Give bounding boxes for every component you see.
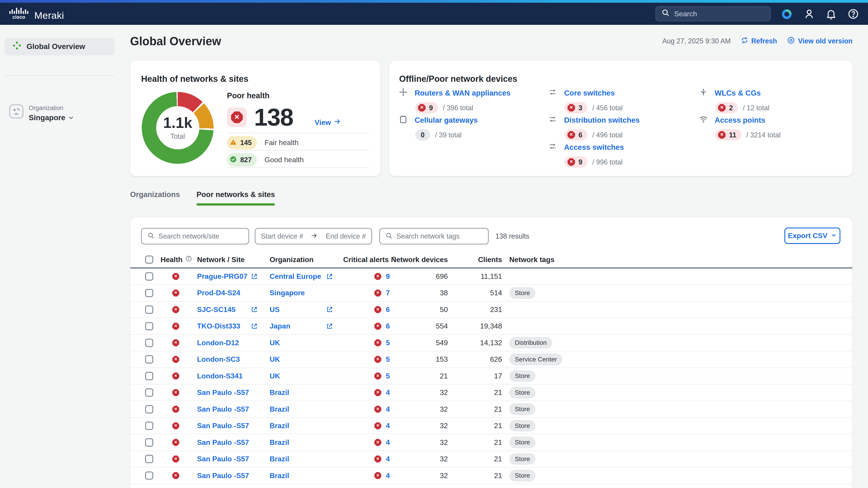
device-range-input[interactable]: Start device # End device # xyxy=(255,228,372,245)
device-category-link[interactable]: WLCs & CGs xyxy=(715,89,761,97)
assistant-icon[interactable] xyxy=(781,8,793,20)
last-updated-timestamp: Aug 27, 2025 9:30 AM xyxy=(662,37,731,45)
row-checkbox[interactable] xyxy=(145,355,153,363)
row-checkbox[interactable] xyxy=(145,388,153,397)
tab-organizations[interactable]: Organizations xyxy=(130,190,180,205)
network-link[interactable]: SJC-SC145 xyxy=(197,305,236,314)
global-search-input[interactable]: Search xyxy=(655,6,771,21)
sidebar-item-label: Global Overview xyxy=(27,42,85,51)
info-icon[interactable] xyxy=(185,255,192,264)
row-checkbox[interactable] xyxy=(145,372,153,380)
external-link-icon[interactable] xyxy=(326,268,333,285)
organization-link[interactable]: US xyxy=(270,305,280,314)
offline-count-badge: ✕11 xyxy=(715,129,741,140)
network-link[interactable]: San Paulo -S57 xyxy=(197,422,249,430)
organization-link[interactable]: Brazil xyxy=(270,471,289,480)
row-checkbox[interactable] xyxy=(145,438,153,447)
external-link-icon[interactable] xyxy=(326,302,333,318)
offline-count-badge: ✕6 xyxy=(565,129,587,140)
external-link-icon[interactable] xyxy=(326,318,333,334)
organization-link[interactable]: Central Europe xyxy=(270,272,321,281)
search-network-tags-input[interactable]: Search network tags xyxy=(379,228,489,245)
row-checkbox[interactable] xyxy=(145,455,153,463)
external-link-icon[interactable] xyxy=(251,268,258,285)
organization-link[interactable]: UK xyxy=(270,339,280,347)
row-checkbox[interactable] xyxy=(145,422,153,430)
network-link[interactable]: Prague-PRG07 xyxy=(197,272,248,281)
health-critical-icon: ✕ xyxy=(172,285,180,301)
cisco-meraki-logo[interactable]: cisco Meraki xyxy=(9,6,64,22)
search-network-site-input[interactable]: Search network/site xyxy=(141,228,249,245)
sidebar-item-global-overview[interactable]: Global Overview xyxy=(4,38,115,55)
network-link[interactable]: London-D12 xyxy=(197,339,239,347)
device-category-link[interactable]: Core switches xyxy=(564,89,615,97)
help-icon[interactable] xyxy=(847,8,859,20)
account-icon[interactable] xyxy=(803,8,815,20)
brand-name: Meraki xyxy=(34,11,64,22)
device-category-link[interactable]: Access points xyxy=(715,116,765,125)
organization-link[interactable]: Japan xyxy=(270,322,290,330)
offline-count-badge: 0 xyxy=(415,129,430,140)
view-old-version-button[interactable]: View old version xyxy=(787,36,852,46)
row-checkbox[interactable] xyxy=(145,289,153,297)
row-checkbox[interactable] xyxy=(145,272,153,281)
organization-link[interactable]: UK xyxy=(270,355,280,363)
network-link[interactable]: London-S341 xyxy=(197,372,243,380)
row-checkbox[interactable] xyxy=(145,322,153,330)
column-header-health: Health xyxy=(160,256,182,264)
row-checkbox[interactable] xyxy=(145,305,153,314)
organization-switcher[interactable]: Organization Singapore xyxy=(9,104,74,123)
column-header-network[interactable]: Network / Site xyxy=(197,252,245,267)
external-link-icon[interactable] xyxy=(251,302,258,318)
device-category-item: Distribution switches✕6/ 496 total xyxy=(548,115,640,140)
organization-link[interactable]: Brazil xyxy=(270,388,289,397)
device-category-item: Access switches✕9/ 996 total xyxy=(548,142,624,168)
network-link[interactable]: London-SC3 xyxy=(197,355,240,363)
column-header-organization[interactable]: Organization xyxy=(270,252,314,267)
select-all-checkbox[interactable] xyxy=(145,256,153,264)
network-tag: Store xyxy=(509,453,535,465)
network-link[interactable]: San Paulo -S57 xyxy=(197,388,249,397)
refresh-button[interactable]: Refresh xyxy=(741,36,777,46)
svg-text:cisco: cisco xyxy=(12,14,25,20)
network-link[interactable]: San Paulo -S57 xyxy=(197,405,249,414)
row-checkbox[interactable] xyxy=(145,339,153,347)
table-row: ✕San Paulo -S57Brazil✕43221Store xyxy=(130,385,852,401)
column-header-clients[interactable]: Clients xyxy=(451,252,502,267)
organization-link[interactable]: UK xyxy=(270,372,280,380)
network-link[interactable]: Prod-D4-S24 xyxy=(197,289,240,297)
row-checkbox[interactable] xyxy=(145,471,153,480)
clients-count: 626 xyxy=(451,351,502,367)
organization-link[interactable]: Brazil xyxy=(270,438,289,447)
top-navbar: cisco Meraki Search xyxy=(0,3,868,25)
network-tag: Store xyxy=(509,436,535,448)
device-category-link[interactable]: Distribution switches xyxy=(564,116,640,125)
notifications-icon[interactable] xyxy=(825,8,837,20)
device-category-link[interactable]: Access switches xyxy=(564,143,624,152)
view-poor-networks-link[interactable]: View xyxy=(315,118,341,127)
device-category-link[interactable]: Routers & WAN appliances xyxy=(414,89,510,97)
search-icon xyxy=(385,231,393,241)
tab-poor-networks-sites[interactable]: Poor networks & sites xyxy=(196,190,275,205)
organization-link[interactable]: Brazil xyxy=(270,405,289,414)
organization-link[interactable]: Brazil xyxy=(270,455,289,463)
switch-icon xyxy=(548,115,557,126)
clients-count: 14,132 xyxy=(451,335,502,351)
export-csv-button[interactable]: Export CSV xyxy=(784,228,840,244)
external-link-icon[interactable] xyxy=(251,318,258,334)
clients-count: 21 xyxy=(451,451,502,467)
organization-name: Singapore xyxy=(29,113,65,122)
offline-count-badge: ✕3 xyxy=(565,102,587,113)
row-checkbox[interactable] xyxy=(145,405,153,414)
organization-link[interactable]: Brazil xyxy=(270,422,289,430)
offline-poor-devices-card: Offline/Poor network devices Routers & W… xyxy=(389,61,852,176)
network-link[interactable]: TKO-Dist333 xyxy=(197,322,240,330)
network-devices-count: 696 xyxy=(379,268,448,285)
network-link[interactable]: San Paulo -S57 xyxy=(197,438,249,447)
device-category-link[interactable]: Cellular gateways xyxy=(414,116,477,125)
column-header-devices[interactable]: Network devices xyxy=(379,252,448,267)
network-link[interactable]: San Paulo -S57 xyxy=(197,455,249,463)
network-link[interactable]: San Paulo -S57 xyxy=(197,471,249,480)
column-header-tags[interactable]: Network tags xyxy=(509,252,555,267)
organization-link[interactable]: Singapore xyxy=(270,289,305,297)
